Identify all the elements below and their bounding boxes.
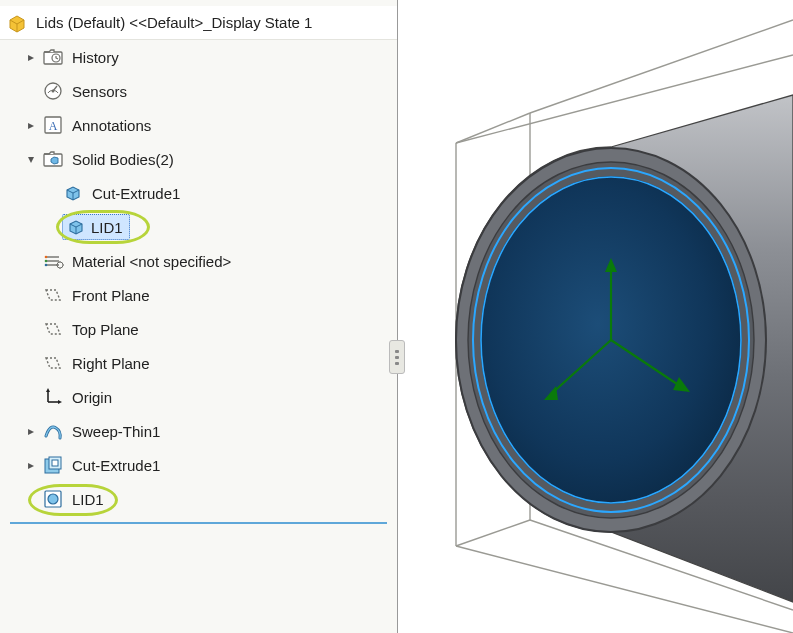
expand-icon[interactable]: ▸ (24, 424, 38, 438)
svg-point-18 (45, 260, 48, 263)
panel-resize-handle[interactable] (389, 340, 405, 374)
svg-rect-2 (44, 52, 62, 64)
tree-label: History (68, 49, 119, 66)
tree-label: Cut-Extrude1 (68, 457, 160, 474)
tree-label: Top Plane (68, 321, 139, 338)
tree-item-origin[interactable]: ▸ Origin (0, 380, 397, 414)
cut-extrude-icon (42, 454, 64, 476)
tree-label: LID1 (87, 219, 123, 236)
svg-marker-23 (46, 388, 50, 392)
feature-tree-panel: Lids (Default) <<Default>_Display State … (0, 0, 398, 633)
origin-icon (42, 386, 64, 408)
tree-label: Right Plane (68, 355, 150, 372)
plane-icon (42, 318, 64, 340)
plane-icon (42, 352, 64, 374)
expand-icon[interactable]: ▸ (24, 50, 38, 64)
svg-rect-27 (52, 460, 58, 466)
tree-label: Sweep-Thin1 (68, 423, 160, 440)
annotations-icon: A (42, 114, 64, 136)
tree-label: Front Plane (68, 287, 150, 304)
tree-item-history[interactable]: ▸ History (0, 40, 397, 74)
folder-bodies-icon (42, 148, 64, 170)
material-icon (42, 250, 64, 272)
tree-item-sensors[interactable]: ▸ Sensors (0, 74, 397, 108)
svg-marker-9 (51, 157, 58, 164)
graphics-viewport[interactable] (398, 0, 793, 633)
svg-marker-24 (58, 400, 62, 404)
rollback-bar[interactable] (10, 522, 387, 524)
tree-label: Annotations (68, 117, 151, 134)
tree-label: LID1 (68, 491, 104, 508)
tree-label: Sensors (68, 83, 127, 100)
tree-item-material[interactable]: ▸ Material <not specified> (0, 244, 397, 278)
tree-item-right-plane[interactable]: ▸ Right Plane (0, 346, 397, 380)
tree-label: Cut-Extrude1 (88, 185, 180, 202)
svg-point-17 (45, 256, 48, 259)
svg-point-19 (45, 264, 48, 267)
svg-point-29 (48, 494, 58, 504)
svg-text:A: A (49, 119, 58, 133)
tree-item-lid1-feature[interactable]: ▸ LID1 (0, 482, 397, 516)
tree-item-lid1-body[interactable]: LID1 (0, 210, 397, 244)
tree-label: Solid Bodies(2) (68, 151, 174, 168)
tree-item-cut-extrude-body[interactable]: Cut-Extrude1 (0, 176, 397, 210)
body-icon (62, 182, 84, 204)
tree-item-cut-extrude-feature[interactable]: ▸ Cut-Extrude1 (0, 448, 397, 482)
tree-root-row[interactable]: Lids (Default) <<Default>_Display State … (0, 6, 397, 40)
plane-icon (42, 284, 64, 306)
tree-label: Material <not specified> (68, 253, 231, 270)
body-icon (65, 216, 87, 238)
expand-icon[interactable]: ▸ (24, 118, 38, 132)
tree-item-top-plane[interactable]: ▸ Top Plane (0, 312, 397, 346)
tree-item-front-plane[interactable]: ▸ Front Plane (0, 278, 397, 312)
sensors-icon (42, 80, 64, 102)
part-icon (6, 12, 28, 34)
lid-feature-icon (42, 488, 64, 510)
folder-history-icon (42, 46, 64, 68)
sweep-icon (42, 420, 64, 442)
expand-icon[interactable]: ▸ (24, 458, 38, 472)
tree-item-sweep-thin[interactable]: ▸ Sweep-Thin1 (0, 414, 397, 448)
tree-item-annotations[interactable]: ▸ A Annotations (0, 108, 397, 142)
tree-label: Origin (68, 389, 112, 406)
tree-item-solid-bodies[interactable]: ▾ Solid Bodies(2) (0, 142, 397, 176)
collapse-icon[interactable]: ▾ (24, 152, 38, 166)
model-render (398, 0, 793, 633)
tree-root-label: Lids (Default) <<Default>_Display State … (32, 14, 312, 31)
